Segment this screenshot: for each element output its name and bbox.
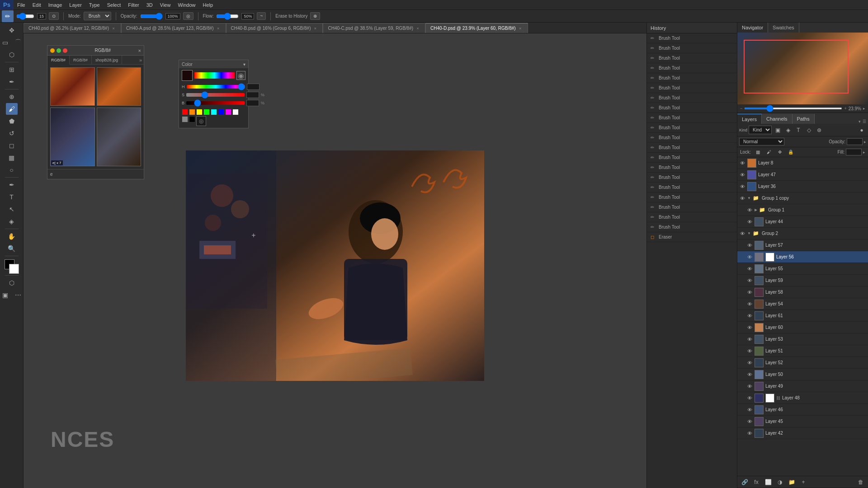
history-brush-tool[interactable]: ↺ — [6, 127, 18, 139]
history-item-9[interactable]: ✏ Brush Tool — [647, 123, 737, 133]
swatch-gray[interactable] — [182, 116, 188, 122]
layer-item-layer45[interactable]: 👁 Layer 45 — [737, 416, 868, 427]
float-sub-tab-1[interactable]: RGB/8# — [70, 56, 92, 65]
erase-to-history-btn[interactable]: ⊕ — [310, 12, 320, 20]
layer-item-group1copy[interactable]: 👁 ▼ 📁 Group 1 copy — [737, 192, 868, 204]
menu-edit[interactable]: Edit — [29, 0, 45, 10]
dodge-tool[interactable]: ○ — [6, 164, 18, 176]
eyedropper-tool[interactable]: ✒ — [6, 76, 18, 88]
filter-toggle[interactable]: ● — [857, 126, 866, 135]
filter-adjust-btn[interactable]: ◈ — [783, 126, 793, 135]
shape-tool[interactable]: ◈ — [6, 216, 18, 227]
tab-ch40d-close[interactable]: × — [518, 26, 523, 31]
layer54-visibility[interactable]: 👁 — [746, 301, 753, 307]
lock-transparent-btn[interactable]: ▦ — [754, 148, 763, 157]
float-tabs-more[interactable]: » — [137, 56, 144, 64]
filter-kind-select[interactable]: Kind — [749, 126, 772, 134]
hue-value[interactable]: 240 — [247, 84, 259, 90]
layer36-visibility[interactable]: 👁 — [739, 183, 745, 190]
group2-expand[interactable]: ▼ — [747, 231, 751, 235]
layer61-visibility[interactable]: 👁 — [746, 313, 753, 319]
filter-text-btn[interactable]: T — [794, 126, 803, 135]
lock-image-btn[interactable]: 🖌 — [764, 148, 774, 157]
text-tool[interactable]: T — [6, 191, 18, 203]
brush-tool-options[interactable]: ✏ — [2, 10, 14, 22]
menu-view[interactable]: View — [156, 0, 175, 10]
brush-tool[interactable]: 🖌 — [6, 103, 18, 115]
lock-position-btn[interactable]: ✥ — [775, 148, 784, 157]
hue-slider[interactable] — [187, 85, 245, 89]
airbrush-btn[interactable]: ◎ — [183, 12, 193, 20]
layers-collapse-btn[interactable]: ▾ — [859, 119, 861, 124]
stamp-tool[interactable]: ⬟ — [6, 115, 18, 127]
mode-select[interactable]: Brush — [84, 12, 111, 20]
nav-tab-swatches[interactable]: Swatches — [768, 23, 799, 33]
bright-slider[interactable] — [186, 101, 245, 105]
blend-mode-select[interactable]: Normal — [739, 138, 784, 145]
lock-all-btn[interactable]: 🔒 — [786, 148, 795, 157]
spot-healing-tool[interactable]: ⊕ — [6, 91, 18, 103]
layer-item-layer44[interactable]: 👁 Layer 44 — [737, 216, 868, 228]
thumb-1[interactable] — [50, 67, 95, 106]
add-link-btn[interactable]: 🔗 — [740, 478, 749, 487]
menu-type[interactable]: Type — [85, 0, 104, 10]
group1copy-expand[interactable]: ▼ — [747, 196, 751, 200]
layer-item-layer61[interactable]: 👁 Layer 61 — [737, 310, 868, 322]
layer44-visibility[interactable]: 👁 — [746, 219, 753, 225]
history-item-15[interactable]: ✏ Brush Tool — [647, 183, 737, 192]
move-tool[interactable]: ✥ — [6, 24, 18, 36]
layers-tab-channels[interactable]: Channels — [762, 114, 792, 124]
marquee-tool[interactable]: ▭ — [0, 37, 11, 48]
filter-shape-btn[interactable]: ◇ — [804, 126, 813, 135]
layer56-visibility[interactable]: 👁 — [746, 254, 753, 260]
tab-ch40a-close[interactable]: × — [216, 26, 221, 31]
tab-ch40d[interactable]: CH40-D.psd @ 23.9% (Layer 60, RGB/8#) × — [425, 23, 528, 33]
swatch-black[interactable] — [189, 116, 195, 122]
menu-image[interactable]: Image — [45, 0, 66, 10]
menu-select[interactable]: Select — [104, 0, 125, 10]
layer-item-layer54[interactable]: 👁 Layer 54 — [737, 298, 868, 310]
history-item-16[interactable]: ✏ Brush Tool — [647, 192, 737, 202]
float-sub-tab-2[interactable]: shopB28.jpg — [92, 56, 122, 65]
opacity-triangle[interactable]: ▸ — [864, 140, 866, 144]
layer8-visibility[interactable]: 👁 — [739, 160, 745, 166]
history-item-12[interactable]: ✏ Brush Tool — [647, 153, 737, 163]
crop-tool[interactable]: ⊞ — [6, 64, 18, 75]
add-fx-btn[interactable]: fx — [752, 478, 761, 487]
layer-item-layer58[interactable]: 👁 Layer 58 — [737, 286, 868, 298]
path-select-tool[interactable]: ↖ — [6, 203, 18, 215]
color-spectrum[interactable] — [194, 72, 235, 79]
filter-pixel-btn[interactable]: ▣ — [773, 126, 782, 135]
history-item-10[interactable]: ✏ Brush Tool — [647, 133, 737, 143]
layer-item-layer51[interactable]: 👁 Layer 51 — [737, 345, 868, 357]
layer-item-layer50[interactable]: 👁 Layer 50 — [737, 369, 868, 380]
brush-size-input[interactable] — [16, 12, 34, 21]
zoom-slider[interactable] — [744, 108, 842, 109]
layer47-visibility[interactable]: 👁 — [739, 172, 745, 178]
layer-item-layer36[interactable]: 👁 Layer 36 — [737, 181, 868, 192]
layer-item-layer60[interactable]: 👁 Layer 60 — [737, 322, 868, 333]
layer-item-layer47[interactable]: 👁 Layer 47 — [737, 169, 868, 181]
zoom-tool[interactable]: 🔍 — [6, 243, 18, 254]
history-item-18[interactable]: ✏ Brush Tool — [647, 212, 737, 222]
history-item-0[interactable]: ✏ Brush Tool — [647, 33, 737, 43]
history-item-1[interactable]: ✏ Brush Tool — [647, 43, 737, 53]
menu-filter[interactable]: Filter — [124, 0, 142, 10]
close-btn[interactable] — [63, 48, 67, 53]
sat-value[interactable]: 29 — [246, 92, 259, 98]
layers-tab-paths[interactable]: Paths — [793, 114, 815, 124]
group1copy-visibility[interactable]: 👁 — [739, 195, 745, 202]
swatch-orange[interactable] — [189, 109, 195, 115]
layer-item-layer8[interactable]: 👁 Layer 8 — [737, 157, 868, 169]
layer49-visibility[interactable]: 👁 — [746, 383, 753, 389]
layer-item-layer57[interactable]: 👁 Layer 57 — [737, 239, 868, 251]
menu-help[interactable]: Help — [199, 0, 217, 10]
fill-input[interactable]: 100% — [846, 149, 862, 155]
standard-mode-btn[interactable]: ▣ — [0, 289, 11, 301]
group1-expand[interactable]: ▶ — [755, 208, 757, 212]
layer-item-group1[interactable]: 👁 ▶ 📁 Group 1 — [737, 204, 868, 216]
thumb-3[interactable]: e[ x 7 — [50, 108, 95, 166]
canvas-content[interactable]: + — [186, 150, 484, 381]
history-item-4[interactable]: ✏ Brush Tool — [647, 73, 737, 83]
layer45-visibility[interactable]: 👁 — [746, 418, 753, 425]
